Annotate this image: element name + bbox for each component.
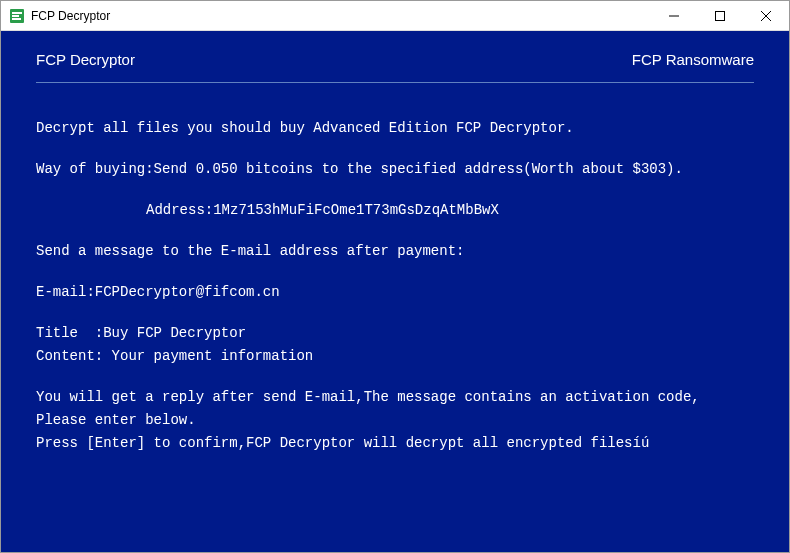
divider xyxy=(36,82,754,83)
msg-line: Press [Enter] to confirm,FCP Decryptor w… xyxy=(36,433,754,454)
minimize-button[interactable] xyxy=(651,1,697,30)
msg-line: You will get a reply after send E-mail,T… xyxy=(36,387,754,408)
content-header: FCP Decryptor FCP Ransomware xyxy=(36,49,754,72)
header-right-label: FCP Ransomware xyxy=(632,49,754,72)
window-title: FCP Decryptor xyxy=(31,9,651,23)
close-button[interactable] xyxy=(743,1,789,30)
ransom-message: Decrypt all files you should buy Advance… xyxy=(36,118,754,454)
svg-rect-5 xyxy=(716,11,725,20)
titlebar: FCP Decryptor xyxy=(1,1,789,31)
window-controls xyxy=(651,1,789,30)
content-area: FCP Decryptor FCP Ransomware Decrypt all… xyxy=(1,31,789,552)
svg-rect-3 xyxy=(12,18,21,20)
title-line: Title :Buy FCP Decryptor xyxy=(36,323,754,344)
bitcoin-address: Address:1Mz7153hMuFiFcOme1T73mGsDzqAtMbB… xyxy=(36,200,754,221)
msg-line: Please enter below. xyxy=(36,410,754,431)
email-line: E-mail:FCPDecryptor@fifcom.cn xyxy=(36,282,754,303)
svg-rect-2 xyxy=(12,15,19,17)
app-icon xyxy=(9,8,25,24)
msg-line: Decrypt all files you should buy Advance… xyxy=(36,118,754,139)
app-window: FCP Decryptor FCP Decryptor FCP Ransomwa… xyxy=(0,0,790,553)
maximize-button[interactable] xyxy=(697,1,743,30)
msg-line: Send a message to the E-mail address aft… xyxy=(36,241,754,262)
msg-line: Way of buying:Send 0.050 bitcoins to the… xyxy=(36,159,754,180)
header-left-label: FCP Decryptor xyxy=(36,49,135,72)
content-line: Content: Your payment information xyxy=(36,346,754,367)
svg-rect-1 xyxy=(12,12,22,14)
